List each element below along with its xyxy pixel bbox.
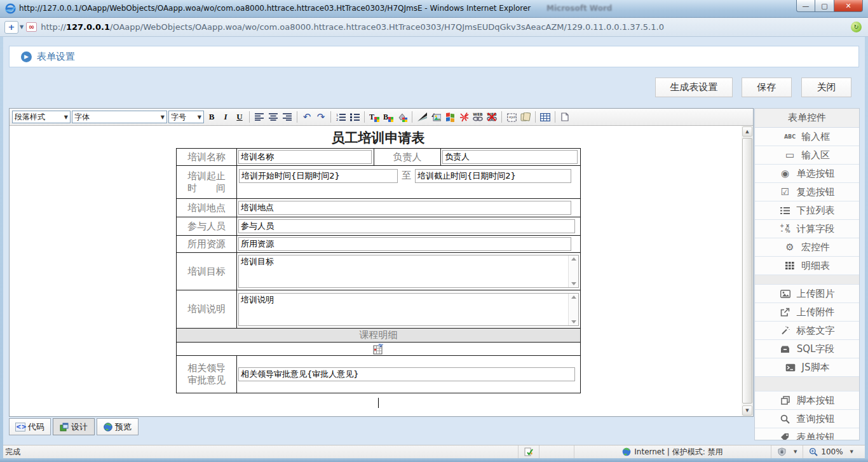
sidebar-item-input-box[interactable]: ABC 输入框 xyxy=(755,128,859,146)
magic-wand-icon xyxy=(780,325,791,336)
font-size-select[interactable]: 字号▼ xyxy=(168,111,204,123)
window-title: http://127.0.0.1/OAapp/WebObjects/OAapp.… xyxy=(19,4,531,13)
insert-media-button[interactable] xyxy=(444,111,456,123)
new-document-button[interactable] xyxy=(559,111,571,123)
canvas-scrollbar[interactable]: ▲ ▼ xyxy=(742,126,753,416)
sidebar-item-detail-table[interactable]: 明细表 xyxy=(755,257,859,275)
italic-button[interactable]: I xyxy=(219,111,232,123)
sidebar-item-checkbox[interactable]: ☑ 复选按钮 xyxy=(755,183,859,201)
design-icon xyxy=(60,423,69,431)
undo-button[interactable]: ↶ xyxy=(301,111,313,123)
code-icon: <> xyxy=(15,423,25,431)
sidebar-item-macro-control[interactable]: ⚙ 宏控件 xyxy=(755,238,859,257)
table-row: 培训说明 培训说明 xyxy=(177,290,581,329)
sidebar-item-calculated-field[interactable]: + -x % 计算字段 xyxy=(755,220,859,238)
scroll-down-button[interactable]: ▼ xyxy=(742,405,752,416)
status-bar: 完成 Internet | 保护模式: 禁用 ▼ 100% ▼ xyxy=(0,445,868,458)
font-select[interactable]: 字体▼ xyxy=(72,111,167,123)
textarea-scrollbar[interactable] xyxy=(568,294,578,325)
sidebar-item-label: 单选按钮 xyxy=(797,168,835,180)
sidebar-item-input-area[interactable]: ▭ 输入区 xyxy=(755,146,859,165)
tab-preview[interactable]: 预览 xyxy=(97,418,139,435)
sidebar-item-label-text[interactable]: 标签文字 xyxy=(755,322,859,340)
sidebar-item-query-button[interactable]: 查询按钮 xyxy=(755,410,859,428)
tab-code[interactable]: <> 代码 xyxy=(9,418,51,435)
sidebar-item-upload-image[interactable]: 上传图片 xyxy=(755,285,859,303)
close-button[interactable]: 关闭 xyxy=(801,78,851,97)
checkbox-icon: ☑ xyxy=(780,186,791,198)
horizontal-rule-button[interactable] xyxy=(416,111,428,123)
training-target-textarea[interactable]: 培训目标 xyxy=(239,255,568,287)
gear-icon: ⚙ xyxy=(784,241,796,253)
favorites-dropdown-icon[interactable]: ▼ xyxy=(20,24,24,30)
training-place-input[interactable] xyxy=(238,201,571,215)
window-frame-bottom xyxy=(0,458,868,462)
sidebar-item-script-button[interactable]: 脚本按钮 xyxy=(755,391,859,410)
scrollbar-thumb[interactable] xyxy=(742,138,752,404)
sidebar-item-form-button[interactable]: 表单按钮 xyxy=(755,428,859,440)
fill-color-button[interactable] xyxy=(396,111,409,123)
sidebar-item-label: 下拉列表 xyxy=(797,205,835,217)
privacy-dropdown-icon[interactable]: ▼ xyxy=(794,449,797,454)
textarea-scrollbar[interactable] xyxy=(568,255,578,287)
resources-input[interactable] xyxy=(238,237,571,251)
page-header: ▶ 表单设置 xyxy=(9,46,859,67)
scroll-up-button[interactable]: ▲ xyxy=(742,126,752,137)
compatibility-refresh-icon[interactable]: ↻ xyxy=(851,22,862,32)
privacy-pane[interactable]: ▼ xyxy=(771,445,803,458)
url-field[interactable]: http://127.0.0.1/OAapp/WebObjects/OAapp.… xyxy=(41,22,844,32)
zone-label: Internet | 保护模式: 禁用 xyxy=(634,447,722,458)
approval-opinion-input[interactable] xyxy=(238,367,575,381)
manager-input[interactable] xyxy=(442,150,578,164)
align-right-button[interactable] xyxy=(281,111,294,123)
browser-window: http://127.0.0.1/OAapp/WebObjects/OAapp.… xyxy=(0,0,868,462)
bold-button[interactable]: B xyxy=(205,111,218,123)
paste-button[interactable] xyxy=(519,111,532,123)
generate-table-settings-button[interactable]: 生成表设置 xyxy=(655,78,733,97)
end-time-input[interactable] xyxy=(415,169,571,183)
table-row: 相关领导 审批意见 xyxy=(177,356,581,393)
participants-input[interactable] xyxy=(238,219,575,233)
zoom-dropdown-icon[interactable]: ▼ xyxy=(850,449,853,454)
add-favorite-icon[interactable]: + xyxy=(4,21,18,34)
sidebar-title: 表单控件 xyxy=(755,109,859,128)
window-frame-right xyxy=(865,37,868,458)
tab-code-label: 代码 xyxy=(28,421,44,433)
start-time-input[interactable] xyxy=(239,169,398,183)
design-canvas[interactable]: 员工培训申请表 培训名称 负责人 培训起止 时 间 xyxy=(10,126,753,416)
insert-image-button[interactable] xyxy=(430,111,442,123)
background-color-button[interactable]: B xyxy=(382,111,395,123)
web-unlink-button[interactable]: WEB xyxy=(485,111,498,123)
zoom-pane[interactable]: 100% ▼ xyxy=(803,445,859,458)
table-row: 培训起止 时 间 至 xyxy=(177,166,581,199)
minimize-button[interactable]: — xyxy=(796,0,815,12)
detail-table-placeholder[interactable] xyxy=(177,343,581,356)
sidebar-item-label: 上传附件 xyxy=(797,306,835,318)
redo-button[interactable]: ↷ xyxy=(315,111,327,123)
close-window-button[interactable]: ✕ xyxy=(834,0,863,12)
special-char-button[interactable]: xyz xyxy=(505,111,518,123)
sidebar-item-upload-attachment[interactable]: 上传附件 xyxy=(755,303,859,322)
insert-table-button[interactable] xyxy=(539,111,552,123)
underline-button[interactable]: U xyxy=(233,111,246,123)
field-label: 培训目标 xyxy=(177,253,237,290)
align-center-button[interactable] xyxy=(267,111,280,123)
sidebar-item-sql-field[interactable]: SQL字段 xyxy=(755,340,859,358)
save-button[interactable]: 保存 xyxy=(742,78,792,97)
web-link-button[interactable]: WEB xyxy=(471,111,484,123)
calc-icon-top: + - xyxy=(780,224,785,234)
sidebar-item-dropdown-list[interactable]: 下拉列表 xyxy=(755,201,859,220)
insert-animation-button[interactable] xyxy=(458,111,470,123)
tab-design[interactable]: 设计 xyxy=(53,418,95,435)
text-color-button[interactable]: T xyxy=(368,111,381,123)
ordered-list-button[interactable]: 12 xyxy=(334,111,347,123)
maximize-button[interactable]: ▢ xyxy=(815,0,834,12)
field-label-line1: 相关领导 xyxy=(178,362,235,374)
align-left-button[interactable] xyxy=(253,111,266,123)
training-name-input[interactable] xyxy=(238,150,372,164)
sidebar-item-radio-button[interactable]: ◉ 单选按钮 xyxy=(755,165,859,183)
unordered-list-button[interactable] xyxy=(348,111,361,123)
sidebar-item-js-script[interactable]: JS脚本 xyxy=(755,358,859,377)
training-description-textarea[interactable]: 培训说明 xyxy=(239,294,568,325)
paragraph-style-select[interactable]: 段落样式▼ xyxy=(12,111,71,123)
